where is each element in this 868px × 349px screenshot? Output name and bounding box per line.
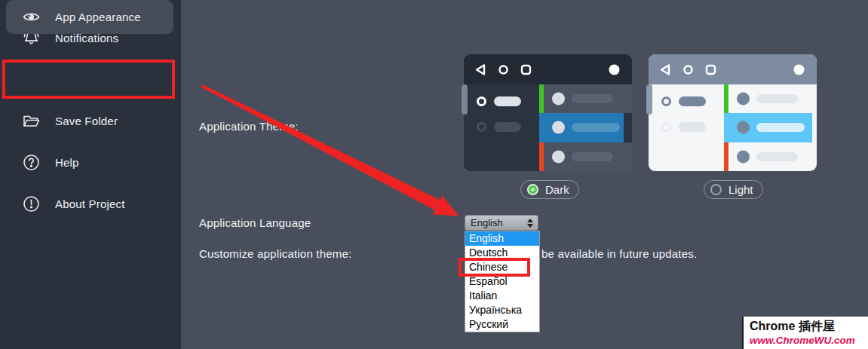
mock-text-pill xyxy=(756,123,805,132)
help-icon xyxy=(21,152,41,173)
mock-list-row xyxy=(539,84,632,113)
theme-radio-dark[interactable]: Dark xyxy=(520,180,579,199)
language-option-deutsch[interactable]: Deutsch xyxy=(465,246,539,260)
preview-list xyxy=(724,84,817,171)
customize-theme-label: Customize application theme: xyxy=(199,247,351,260)
sidebar: Notifications App Appearance Save Folder xyxy=(0,0,181,349)
circle-icon xyxy=(682,64,694,75)
sidebar-item-label: App Appearance xyxy=(55,11,141,23)
back-icon xyxy=(474,63,486,76)
sidebar-item-help[interactable]: Help xyxy=(0,145,181,179)
info-icon xyxy=(21,194,41,214)
language-option-russian[interactable]: Русский xyxy=(465,317,539,332)
menu-dot-icon xyxy=(793,64,805,75)
square-icon xyxy=(705,64,716,75)
mock-radio xyxy=(661,122,671,132)
eye-icon xyxy=(21,7,41,27)
mock-list-row-selected xyxy=(539,113,624,142)
watermark-title: Chrome 插件屋 xyxy=(750,319,868,334)
preview-list xyxy=(539,84,632,171)
sidebar-item-label: About Project xyxy=(55,197,125,210)
folder-icon xyxy=(21,111,41,131)
theme-radio-light[interactable]: Light xyxy=(704,180,763,199)
mock-text-pill xyxy=(572,123,620,132)
mock-scrollbar-tab xyxy=(462,84,468,115)
mock-avatar-dot xyxy=(737,150,750,163)
mock-avatar-dot xyxy=(552,150,565,163)
mock-radio xyxy=(477,122,486,132)
mock-text-pill xyxy=(756,152,798,161)
mock-list-row xyxy=(724,84,817,113)
mock-list-row xyxy=(539,142,632,171)
orange-status-bar xyxy=(539,142,544,171)
back-icon xyxy=(659,63,671,76)
application-language-label: Application Language xyxy=(199,216,311,229)
select-spinner-icon xyxy=(527,219,533,228)
mock-scrollbar-tab xyxy=(646,84,652,115)
language-option-espanol[interactable]: Español xyxy=(465,274,539,289)
mock-text-pill xyxy=(494,122,521,132)
mock-avatar-dot xyxy=(552,93,565,106)
watermark: Chrome 插件屋 www.ChromeWU.com xyxy=(742,317,868,349)
app-settings-window: Notifications App Appearance Save Folder xyxy=(0,0,868,349)
mock-text-pill xyxy=(756,94,798,103)
mock-radio xyxy=(477,96,486,106)
mock-text-pill xyxy=(572,94,613,103)
mock-list-row-selected xyxy=(724,113,812,142)
square-icon xyxy=(520,64,532,75)
sidebar-item-about-project[interactable]: About Project xyxy=(0,187,181,220)
application-theme-label: Application Theme: xyxy=(199,120,299,133)
language-option-ukrainian[interactable]: Українська xyxy=(465,303,539,317)
mock-text-pill xyxy=(572,152,613,161)
mock-avatar-dot xyxy=(737,93,750,106)
orange-status-bar xyxy=(724,142,728,171)
preview-titlebar xyxy=(464,54,632,84)
green-status-bar xyxy=(539,84,544,113)
radio-unselected-icon xyxy=(710,184,722,195)
language-option-chinese[interactable]: Chinese xyxy=(465,260,539,274)
future-updates-note: be available in future updates. xyxy=(541,247,697,260)
sidebar-item-label: Save Folder xyxy=(55,115,118,127)
language-option-english[interactable]: English xyxy=(465,231,539,246)
circle-icon xyxy=(498,64,509,75)
sidebar-item-label: Help xyxy=(55,156,79,169)
theme-preview-light xyxy=(649,54,817,171)
sidebar-item-save-folder[interactable]: Save Folder xyxy=(0,104,181,137)
preview-body xyxy=(649,84,817,171)
preview-titlebar xyxy=(649,54,817,84)
sidebar-item-app-appearance[interactable]: App Appearance xyxy=(6,0,173,34)
mock-avatar-dot xyxy=(737,121,750,134)
mock-text-pill xyxy=(679,96,706,106)
preview-left-panel xyxy=(649,84,724,171)
language-select-value: English xyxy=(471,217,527,228)
mock-list-row xyxy=(724,142,817,171)
theme-radio-label: Dark xyxy=(545,183,569,196)
radio-selected-icon xyxy=(527,184,538,195)
mock-avatar-dot xyxy=(552,121,565,134)
watermark-url: www.ChromeWU.com xyxy=(750,334,868,347)
language-option-italian[interactable]: Italian xyxy=(465,289,539,303)
mock-text-pill xyxy=(494,96,521,106)
green-status-bar xyxy=(724,84,728,113)
theme-radio-label: Light xyxy=(728,183,753,196)
mock-radio xyxy=(661,96,671,106)
preview-left-panel xyxy=(464,84,539,171)
theme-preview-dark xyxy=(464,54,632,171)
mock-text-pill xyxy=(679,122,706,132)
language-select[interactable]: English xyxy=(465,215,538,231)
language-dropdown-list: English Deutsch Chinese Español Italian … xyxy=(465,231,540,332)
preview-body xyxy=(464,84,632,171)
menu-dot-icon xyxy=(609,64,620,75)
